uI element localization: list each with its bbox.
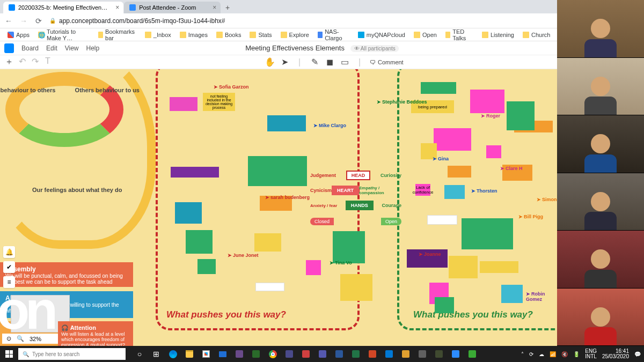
sticky[interactable] bbox=[421, 82, 456, 94]
sticky[interactable] bbox=[175, 202, 202, 224]
cortana-icon[interactable]: ○ bbox=[132, 347, 147, 361]
bookmark-nas[interactable]: NAS-Clargo bbox=[314, 27, 353, 42]
bookmark-qnap[interactable]: myQNAPcloud bbox=[355, 31, 408, 39]
sticky[interactable] bbox=[255, 283, 284, 291]
forward-button[interactable]: → bbox=[19, 17, 28, 25]
taskbar-search[interactable]: 🔍 Type here to search bbox=[18, 348, 126, 360]
video-participant-4[interactable] bbox=[557, 173, 644, 231]
tray-sync-icon[interactable]: ⟳ bbox=[529, 351, 533, 357]
sticky[interactable] bbox=[507, 101, 535, 130]
participants-badge[interactable]: 👁 All participants bbox=[351, 45, 399, 52]
app-icon[interactable] bbox=[398, 347, 413, 361]
chrome-icon[interactable] bbox=[265, 347, 280, 361]
start-button[interactable] bbox=[0, 346, 18, 362]
edge-icon[interactable] bbox=[165, 347, 180, 361]
zoom-icon[interactable]: 🔍 bbox=[17, 335, 24, 342]
sticky[interactable] bbox=[197, 259, 216, 274]
sticky[interactable] bbox=[434, 128, 471, 151]
sticky[interactable] bbox=[171, 167, 219, 178]
app-icon[interactable] bbox=[282, 347, 297, 361]
sticky[interactable] bbox=[254, 233, 281, 252]
excel-icon[interactable] bbox=[348, 347, 363, 361]
app-icon[interactable] bbox=[431, 347, 447, 361]
sticky[interactable]: Lack of confidence bbox=[415, 184, 430, 196]
new-tab-button[interactable]: + bbox=[221, 2, 234, 13]
close-icon[interactable]: × bbox=[115, 4, 119, 11]
tray-wifi-icon[interactable]: 📶 bbox=[550, 351, 556, 357]
sticky[interactable] bbox=[186, 230, 213, 254]
sticky[interactable] bbox=[449, 256, 478, 278]
layers-button[interactable]: ≡ bbox=[3, 276, 15, 288]
tray-chevron-icon[interactable]: ˄ bbox=[521, 351, 524, 357]
sticky[interactable] bbox=[448, 166, 471, 178]
bookmark-open[interactable]: Open bbox=[411, 31, 440, 39]
reload-button[interactable]: ⟳ bbox=[34, 17, 43, 25]
tray-battery-icon[interactable]: 🔋 bbox=[573, 351, 580, 357]
bookmark-inbox[interactable]: _Inbox bbox=[142, 31, 174, 39]
outlook-icon[interactable] bbox=[382, 347, 397, 361]
bookmark-explore[interactable]: Explore bbox=[277, 31, 312, 39]
sticky[interactable] bbox=[444, 185, 465, 199]
select-tool[interactable]: ➤ bbox=[280, 57, 289, 67]
video-participant-5[interactable] bbox=[557, 231, 644, 289]
redo-button[interactable]: ↷ bbox=[30, 56, 40, 68]
mail-icon[interactable] bbox=[215, 347, 230, 361]
sticky[interactable] bbox=[470, 90, 504, 113]
menu-help[interactable]: Help bbox=[86, 45, 100, 52]
notifications-icon[interactable]: 💬 bbox=[634, 351, 641, 357]
sticky[interactable] bbox=[248, 156, 307, 186]
tab-conceptboard[interactable]: 20200325-b: Meeting Effectiven… × bbox=[3, 2, 123, 13]
app-icon[interactable] bbox=[232, 347, 247, 361]
explorer-icon[interactable] bbox=[182, 347, 197, 361]
menu-edit[interactable]: Edit bbox=[46, 45, 57, 52]
video-participant-2[interactable] bbox=[557, 58, 644, 116]
bookmark-ted[interactable]: TED Talks bbox=[442, 27, 477, 42]
powerpoint-icon[interactable] bbox=[365, 347, 380, 361]
sticky[interactable] bbox=[462, 218, 513, 249]
bookmark-church[interactable]: Church bbox=[519, 31, 553, 39]
bookmark-books[interactable]: Books bbox=[213, 31, 245, 39]
sticky[interactable] bbox=[267, 115, 306, 131]
tab-zoom[interactable]: Post Attendee - Zoom × bbox=[124, 2, 221, 13]
conceptboard-logo-icon[interactable] bbox=[4, 43, 14, 53]
card-attention[interactable]: 🎧 AttentionWe will listen & lead at a le… bbox=[58, 321, 133, 346]
sticky[interactable] bbox=[340, 274, 372, 301]
add-button[interactable]: ＋ bbox=[4, 56, 14, 68]
pen-tool[interactable]: ✎ bbox=[310, 57, 319, 67]
tray-volume-icon[interactable]: 🔇 bbox=[561, 351, 568, 357]
sticky[interactable] bbox=[435, 297, 454, 313]
zoom-app-icon[interactable] bbox=[448, 347, 463, 361]
back-button[interactable]: ← bbox=[4, 17, 13, 25]
tray-onedrive-icon[interactable]: ☁ bbox=[539, 351, 544, 357]
store-icon[interactable] bbox=[199, 347, 214, 361]
sticky[interactable] bbox=[333, 231, 365, 263]
sticky[interactable] bbox=[427, 215, 457, 225]
marker-tool[interactable]: ◼ bbox=[325, 57, 334, 67]
video-participant-6[interactable] bbox=[557, 289, 644, 346]
shape-tool[interactable]: ▭ bbox=[340, 57, 349, 67]
sticky[interactable] bbox=[480, 261, 518, 273]
app-icon[interactable] bbox=[415, 347, 430, 361]
reset-view-button[interactable]: ⊙ bbox=[6, 335, 11, 342]
tray-clock[interactable]: 16:4125/03/2020 bbox=[602, 349, 629, 360]
close-icon[interactable]: × bbox=[213, 4, 216, 11]
apps-button[interactable]: Apps bbox=[4, 31, 33, 39]
sticky[interactable] bbox=[170, 97, 197, 111]
video-participant-3[interactable] bbox=[557, 115, 644, 173]
format-button[interactable]: T bbox=[43, 56, 53, 68]
bookmark-tutorials[interactable]: 🌐Tutorials to Make Y… bbox=[35, 27, 93, 42]
bookmark-bar-folder[interactable]: Bookmarks bar bbox=[95, 27, 140, 42]
app-icon[interactable] bbox=[298, 347, 313, 361]
sticky[interactable] bbox=[501, 285, 523, 303]
board-canvas[interactable]: about what we do Our behaviour to others… bbox=[0, 69, 557, 346]
menu-board[interactable]: Board bbox=[21, 45, 39, 52]
bookmark-stats[interactable]: Stats bbox=[246, 31, 275, 39]
comment-button[interactable]: 🗨 Comment bbox=[370, 59, 379, 65]
tasks-button[interactable]: ✔ bbox=[3, 261, 15, 273]
bookmark-images[interactable]: Images bbox=[177, 31, 211, 39]
address-field[interactable]: 🔒 app.conceptboard.com/board/6s5m-imqo-f… bbox=[49, 17, 596, 25]
taskview-icon[interactable]: ⊞ bbox=[149, 347, 164, 361]
app-icon[interactable] bbox=[248, 347, 264, 361]
tray-language[interactable]: ENGINTL bbox=[585, 349, 597, 360]
bookmark-listening[interactable]: Listening bbox=[479, 31, 517, 39]
